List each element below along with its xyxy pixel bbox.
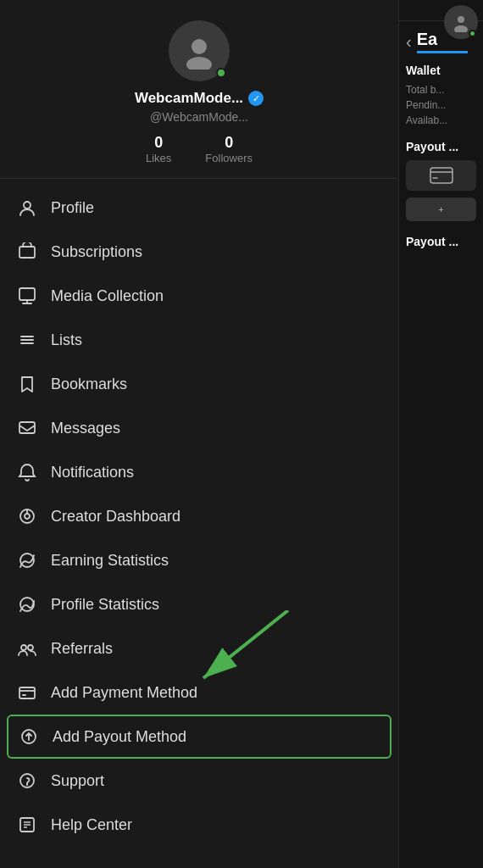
svg-point-15 — [20, 598, 34, 611]
right-panel-content: Wallet Total b... Pendin... Availab... P… — [399, 53, 483, 265]
svg-point-2 — [192, 39, 207, 54]
online-indicator — [216, 68, 226, 78]
notifications-icon — [17, 462, 37, 482]
messages-label: Messages — [51, 420, 120, 437]
creator-dashboard-icon — [17, 506, 37, 526]
payout-section-2-title: Payout ... — [406, 235, 476, 248]
lists-icon — [17, 330, 37, 350]
sidebar-item-media-collection[interactable]: Media Collection — [0, 274, 398, 318]
card-icon — [430, 167, 453, 184]
payout-section-1: Payout ... + — [406, 140, 476, 221]
profile-area: WebcamMode... ✓ @WebcamMode... 0 Likes 0… — [0, 0, 398, 179]
sidebar-item-lists[interactable]: Lists — [0, 318, 398, 362]
bookmarks-icon — [17, 374, 37, 394]
add-payout-method-icon — [19, 726, 39, 747]
svg-point-4 — [24, 202, 31, 209]
referrals-label: Referrals — [51, 640, 113, 658]
card-icon-box — [406, 160, 476, 191]
sidebar-item-creator-dashboard[interactable]: Creator Dashboard — [0, 494, 398, 538]
add-payout-method-label: Add Payout Method — [53, 728, 186, 746]
username: WebcamMode... — [135, 90, 243, 107]
svg-point-17 — [28, 645, 33, 650]
back-button[interactable]: ‹ — [406, 32, 412, 52]
sidebar-item-notifications[interactable]: Notifications — [0, 450, 398, 494]
help-center-label: Help Center — [51, 816, 132, 834]
notifications-label: Notifications — [51, 464, 134, 481]
right-panel-title: Ea — [417, 30, 437, 48]
profile-label: Profile — [51, 199, 94, 217]
sidebar: WebcamMode... ✓ @WebcamMode... 0 Likes 0… — [0, 0, 398, 868]
svg-point-28 — [454, 25, 468, 32]
media-collection-label: Media Collection — [51, 287, 164, 305]
likes-stat: 0 Likes — [146, 134, 171, 164]
sidebar-item-add-payment-method[interactable]: Add Payment Method — [0, 670, 398, 715]
wallet-section-title: Wallet — [406, 64, 476, 77]
payout-section-2: Payout ... — [406, 235, 476, 248]
svg-point-27 — [458, 16, 464, 23]
sidebar-item-messages[interactable]: Messages — [0, 406, 398, 450]
profile-statistics-icon — [17, 594, 37, 615]
bookmarks-label: Bookmarks — [51, 376, 127, 393]
likes-count: 0 — [154, 134, 163, 152]
sidebar-item-referrals[interactable]: Referrals — [0, 626, 398, 670]
add-payment-method-label: Add Payment Method — [51, 684, 197, 702]
menu-list: Profile Subscriptions Media Collection L… — [0, 179, 398, 868]
messages-icon — [17, 418, 37, 438]
profile-statistics-label: Profile Statistics — [51, 596, 159, 614]
right-panel: ‹ Ea Wallet Total b... Pendin... Availab… — [398, 0, 483, 868]
user-handle: @WebcamMode... — [150, 110, 248, 124]
referrals-icon — [17, 638, 37, 659]
sidebar-item-help-center[interactable]: Help Center — [0, 803, 398, 847]
lists-label: Lists — [51, 331, 82, 349]
creator-dashboard-label: Creator Dashboard — [51, 508, 180, 526]
svg-rect-18 — [19, 687, 35, 698]
avatar-icon — [180, 32, 218, 70]
earning-statistics-icon — [17, 550, 37, 570]
pending-row: Pendin... — [406, 99, 476, 111]
followers-label: Followers — [205, 152, 253, 164]
support-label: Support — [51, 772, 104, 790]
add-btn-right[interactable]: + — [406, 198, 476, 221]
sidebar-item-bookmarks[interactable]: Bookmarks — [0, 362, 398, 406]
media-collection-icon — [17, 286, 37, 306]
total-balance-row: Total b... — [406, 84, 476, 96]
subscriptions-label: Subscriptions — [51, 243, 142, 261]
svg-point-16 — [21, 645, 26, 650]
right-panel-avatar — [451, 12, 471, 32]
avatar-container — [169, 20, 230, 81]
help-center-icon — [17, 815, 37, 835]
right-panel-online-dot — [469, 30, 476, 37]
sidebar-item-subscriptions[interactable]: Subscriptions — [0, 230, 398, 274]
svg-rect-5 — [19, 247, 35, 258]
stats-row: 0 Likes 0 Followers — [146, 134, 253, 164]
svg-rect-29 — [430, 168, 452, 183]
support-icon — [17, 771, 37, 791]
sidebar-item-add-payout-method[interactable]: Add Payout Method — [7, 715, 391, 759]
sidebar-item-profile[interactable]: Profile — [0, 186, 398, 230]
available-row: Availab... — [406, 114, 476, 126]
payout-section-1-title: Payout ... — [406, 140, 476, 153]
followers-count: 0 — [225, 134, 233, 152]
right-panel-header — [399, 0, 483, 21]
subscriptions-icon — [17, 242, 37, 262]
profile-icon — [17, 198, 37, 218]
sidebar-item-profile-statistics[interactable]: Profile Statistics — [0, 582, 398, 626]
sidebar-item-earning-statistics[interactable]: Earning Statistics — [0, 538, 398, 582]
svg-point-3 — [186, 57, 212, 70]
earning-statistics-label: Earning Statistics — [51, 552, 169, 570]
verified-badge: ✓ — [248, 91, 264, 106]
svg-point-12 — [25, 514, 30, 519]
svg-rect-6 — [19, 288, 35, 300]
sidebar-item-support[interactable]: Support — [0, 759, 398, 803]
likes-label: Likes — [146, 152, 171, 164]
followers-stat: 0 Followers — [205, 134, 253, 164]
username-row: WebcamMode... ✓ — [135, 90, 264, 107]
add-payment-method-icon — [17, 682, 37, 703]
